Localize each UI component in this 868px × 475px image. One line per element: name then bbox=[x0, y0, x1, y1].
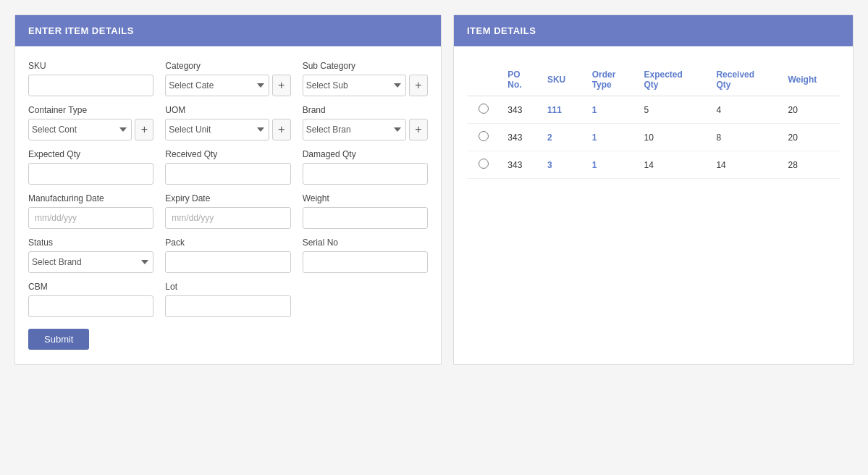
pack-input[interactable] bbox=[165, 251, 290, 273]
right-panel: ITEM DETAILS PONo. SKU OrderType Expecte… bbox=[453, 14, 854, 365]
right-panel-header: ITEM DETAILS bbox=[454, 15, 853, 46]
brand-add-button[interactable]: + bbox=[409, 119, 428, 140]
container-select-group: Select Cont + bbox=[28, 119, 153, 140]
subcategory-select-group: Select Sub + bbox=[303, 75, 428, 96]
row-sku: 111 bbox=[540, 96, 585, 124]
col-order-type: OrderType bbox=[585, 64, 637, 96]
received-qty-group: Received Qty bbox=[165, 149, 290, 185]
expected-qty-label: Expected Qty bbox=[28, 149, 153, 159]
form-grid: SKU Category Select Cate + Sub Category bbox=[28, 61, 428, 317]
brand-select[interactable]: Select Bran bbox=[303, 119, 406, 140]
submit-button[interactable]: Submit bbox=[28, 329, 89, 350]
right-panel-title: ITEM DETAILS bbox=[467, 25, 536, 36]
row-order-type: 1 bbox=[585, 124, 637, 151]
item-table: PONo. SKU OrderType ExpectedQty Received… bbox=[467, 64, 840, 179]
col-weight: Weight bbox=[780, 64, 840, 96]
manufacturing-date-input[interactable] bbox=[28, 207, 153, 229]
row-received-qty: 14 bbox=[709, 151, 780, 179]
weight-label: Weight bbox=[303, 193, 428, 203]
cbm-input[interactable] bbox=[28, 295, 153, 317]
row-weight: 28 bbox=[780, 151, 840, 179]
table-row: 343 3 1 14 14 28 bbox=[467, 151, 840, 179]
row-po-no: 343 bbox=[500, 151, 540, 179]
category-group: Category Select Cate + bbox=[165, 61, 290, 96]
row-expected-qty: 10 bbox=[636, 124, 709, 151]
uom-add-button[interactable]: + bbox=[272, 119, 291, 140]
row-weight: 20 bbox=[780, 96, 840, 124]
expiry-date-group: Expiry Date bbox=[165, 193, 290, 229]
right-panel-body: PONo. SKU OrderType ExpectedQty Received… bbox=[454, 46, 853, 193]
lot-group: Lot bbox=[165, 282, 290, 317]
brand-label: Brand bbox=[303, 105, 428, 115]
cbm-label: CBM bbox=[28, 282, 153, 292]
pack-label: Pack bbox=[165, 238, 290, 248]
table-row: 343 2 1 10 8 20 bbox=[467, 124, 840, 151]
brand-group: Brand Select Bran + bbox=[303, 105, 428, 140]
main-container: ENTER ITEM DETAILS SKU Category Select C… bbox=[14, 14, 854, 365]
row-sku: 3 bbox=[540, 151, 585, 179]
sku-input[interactable] bbox=[28, 75, 153, 96]
row-received-qty: 8 bbox=[709, 124, 780, 151]
received-qty-label: Received Qty bbox=[165, 149, 290, 159]
table-header-row: PONo. SKU OrderType ExpectedQty Received… bbox=[467, 64, 840, 96]
subcategory-select[interactable]: Select Sub bbox=[303, 75, 406, 96]
row-po-no: 343 bbox=[500, 124, 540, 151]
serial-no-label: Serial No bbox=[303, 238, 428, 248]
row-radio[interactable] bbox=[479, 104, 489, 114]
container-type-label: Container Type bbox=[28, 105, 153, 115]
category-label: Category bbox=[165, 61, 290, 71]
weight-group: Weight bbox=[303, 193, 428, 229]
col-po-no: PONo. bbox=[500, 64, 540, 96]
col-radio bbox=[467, 64, 500, 96]
expiry-date-input[interactable] bbox=[165, 207, 290, 229]
expected-qty-group: Expected Qty bbox=[28, 149, 153, 185]
manufacturing-date-label: Manufacturing Date bbox=[28, 193, 153, 203]
row-radio[interactable] bbox=[479, 159, 489, 169]
left-panel-body: SKU Category Select Cate + Sub Category bbox=[15, 46, 441, 364]
status-group: Status Select Brand bbox=[28, 238, 153, 273]
row-radio-cell[interactable] bbox=[467, 96, 500, 124]
col-sku: SKU bbox=[540, 64, 585, 96]
lot-input[interactable] bbox=[165, 295, 290, 317]
uom-label: UOM bbox=[165, 105, 290, 115]
subcategory-add-button[interactable]: + bbox=[409, 75, 428, 96]
uom-select[interactable]: Select Unit bbox=[165, 119, 269, 140]
received-qty-input[interactable] bbox=[165, 163, 290, 185]
row-expected-qty: 5 bbox=[636, 96, 709, 124]
col-expected-qty: ExpectedQty bbox=[636, 64, 709, 96]
subcategory-group: Sub Category Select Sub + bbox=[303, 61, 428, 96]
row-po-no: 343 bbox=[500, 96, 540, 124]
category-select-group: Select Cate + bbox=[165, 75, 290, 96]
damaged-qty-input[interactable] bbox=[303, 163, 428, 185]
weight-input[interactable] bbox=[303, 207, 428, 229]
category-add-button[interactable]: + bbox=[272, 75, 291, 96]
row-radio-cell[interactable] bbox=[467, 151, 500, 179]
row-radio-cell[interactable] bbox=[467, 124, 500, 151]
lot-label: Lot bbox=[165, 282, 290, 292]
category-select[interactable]: Select Cate bbox=[165, 75, 269, 96]
sku-label: SKU bbox=[28, 61, 153, 71]
left-panel-header: ENTER ITEM DETAILS bbox=[15, 15, 441, 46]
status-select[interactable]: Select Brand bbox=[28, 251, 153, 273]
left-panel-title: ENTER ITEM DETAILS bbox=[28, 25, 134, 36]
container-add-button[interactable]: + bbox=[135, 119, 153, 140]
manufacturing-date-group: Manufacturing Date bbox=[28, 193, 153, 229]
table-head: PONo. SKU OrderType ExpectedQty Received… bbox=[467, 64, 840, 96]
serial-no-group: Serial No bbox=[303, 238, 428, 273]
damaged-qty-label: Damaged Qty bbox=[303, 149, 428, 159]
uom-group: UOM Select Unit + bbox=[165, 105, 290, 140]
subcategory-label: Sub Category bbox=[303, 61, 428, 71]
cbm-group: CBM bbox=[28, 282, 153, 317]
status-label: Status bbox=[28, 238, 153, 248]
container-select[interactable]: Select Cont bbox=[28, 119, 132, 140]
sku-group: SKU bbox=[28, 61, 153, 96]
col-received-qty: ReceivedQty bbox=[709, 64, 780, 96]
serial-no-input[interactable] bbox=[303, 251, 428, 273]
row-received-qty: 4 bbox=[709, 96, 780, 124]
pack-group: Pack bbox=[165, 238, 290, 273]
uom-select-group: Select Unit + bbox=[165, 119, 290, 140]
expected-qty-input[interactable] bbox=[28, 163, 153, 185]
row-radio[interactable] bbox=[479, 131, 489, 141]
submit-row: Submit bbox=[28, 329, 428, 350]
brand-select-group: Select Bran + bbox=[303, 119, 428, 140]
